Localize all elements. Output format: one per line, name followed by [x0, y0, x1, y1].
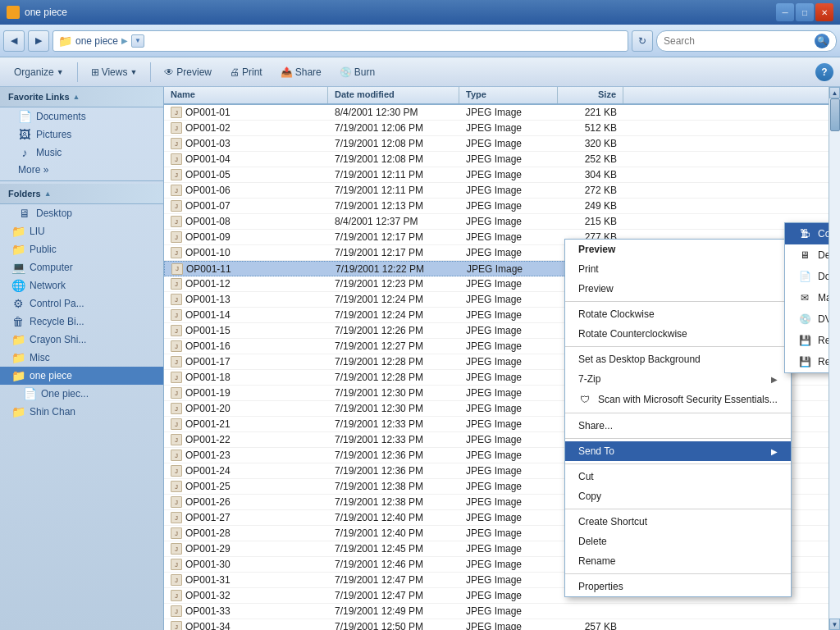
sidebar-item-network[interactable]: 🌐 Network [0, 276, 163, 294]
ctx-copy-label: Copy [578, 491, 601, 502]
sidebar-item-documents[interactable]: 📄 Documents [0, 107, 163, 126]
title-bar: one piece ─ □ ✕ [0, 0, 840, 25]
ctx-set-desktop-label: Set as Desktop Background [578, 354, 701, 365]
preview-button[interactable]: 👁 Preview [157, 61, 219, 84]
ctx-preview-label: Preview [578, 283, 614, 294]
search-button[interactable]: 🔍 [815, 34, 829, 48]
maximize-button[interactable]: □ [796, 3, 814, 21]
ctx-sep-2 [565, 346, 791, 347]
submenu-dvd-label: DVD RW Drive (E:) [818, 313, 829, 325]
scroll-thumb[interactable] [830, 98, 840, 131]
help-button[interactable]: ? [815, 63, 833, 81]
ctx-create-shortcut[interactable]: Create Shortcut [565, 512, 791, 532]
sidebar-item-control-panel[interactable]: ⚙ Control Pa... [0, 294, 163, 313]
share-button[interactable]: 📤 Share [273, 61, 329, 84]
control-panel-icon: ⚙ [11, 297, 25, 310]
ctx-preview[interactable]: Preview [565, 279, 791, 299]
ctx-cut-label: Cut [578, 471, 594, 482]
sidebar-item-computer[interactable]: 💻 Computer [0, 258, 163, 276]
sidebar-item-public[interactable]: 📁 Public [0, 240, 163, 258]
forward-button[interactable]: ▶ [28, 30, 49, 52]
address-bar[interactable]: 📁 one piece ▶ ▼ [52, 30, 628, 52]
organize-button[interactable]: Organize ▼ [7, 61, 71, 84]
ctx-preview-bold[interactable]: Preview [565, 240, 791, 259]
ctx-properties[interactable]: Properties [565, 577, 791, 596]
print-button[interactable]: 🖨 Print [222, 61, 270, 84]
refresh-button[interactable]: ↻ [632, 30, 653, 52]
ctx-delete[interactable]: Delete [565, 532, 791, 551]
share-label: Share [295, 66, 322, 78]
ctx-print[interactable]: Print [565, 259, 791, 279]
search-input[interactable] [664, 35, 811, 47]
views-label: Views [102, 66, 128, 78]
submenu-removable-h[interactable]: 💾 Removable Disk (H:) [785, 351, 829, 372]
sidebar-item-desktop[interactable]: 🖥 Desktop [0, 204, 163, 222]
folder-icon [7, 6, 20, 19]
submenu-desktop[interactable]: 🖥 Desktop (create shortcut) [785, 244, 829, 266]
views-arrow-icon: ▼ [130, 68, 137, 76]
submenu-mail-label: Mail Recipient [818, 292, 829, 304]
sidebar-item-one-piece-doc[interactable]: 📄 One piec... [0, 385, 163, 403]
ctx-copy[interactable]: Copy [565, 486, 791, 506]
one-piece-doc-label: One piec... [41, 388, 89, 399]
ctx-rename-label: Rename [578, 555, 615, 567]
address-icon: 📁 [58, 34, 72, 48]
address-dropdown[interactable]: ▼ [131, 34, 144, 48]
favorite-links-header[interactable]: Favorite Links ▲ [0, 87, 163, 107]
back-button[interactable]: ◀ [3, 30, 25, 52]
crayon-folder-icon: 📁 [11, 333, 25, 346]
scroll-track[interactable] [829, 98, 840, 619]
crayon-label: Crayon Shi... [30, 334, 86, 345]
scroll-up-button[interactable]: ▲ [829, 87, 840, 98]
ctx-rename[interactable]: Rename [565, 551, 791, 571]
print-icon: 🖨 [230, 66, 240, 78]
ctx-7zip[interactable]: 7-Zip ▶ [565, 369, 791, 389]
submenu-documents[interactable]: 📄 Documents [785, 266, 829, 287]
ctx-cut[interactable]: Cut [565, 467, 791, 486]
ctx-share[interactable]: Share... [565, 416, 791, 436]
minimize-button[interactable]: ─ [776, 3, 794, 21]
ctx-rotate-ccw-label: Rotate Counterclockwise [578, 328, 687, 340]
ctx-scan-label: Scan with Microsoft Security Essentials.… [598, 394, 778, 405]
ctx-rotate-ccw[interactable]: Rotate Counterclockwise [565, 324, 791, 344]
compressed-folder-icon: 🗜 [798, 227, 811, 240]
shin-chan-folder-icon: 📁 [11, 405, 25, 418]
submenu-dvd[interactable]: 💿 DVD RW Drive (E:) [785, 308, 829, 330]
sidebar-item-misc[interactable]: 📁 Misc [0, 349, 163, 367]
ctx-send-to-arrow-icon: ▶ [771, 447, 778, 456]
ctx-share-label: Share... [578, 420, 613, 431]
ctx-sep-6 [565, 509, 791, 509]
ctx-send-to[interactable]: Send To ▶ [565, 441, 791, 461]
sidebar-item-recycle-bin[interactable]: 🗑 Recycle Bi... [0, 313, 163, 331]
preview-icon: 👁 [164, 66, 174, 78]
views-button[interactable]: ⊞ Views ▼ [84, 61, 145, 84]
nav-bar: ◀ ▶ 📁 one piece ▶ ▼ ↻ 🔍 [0, 25, 840, 57]
computer-icon: 💻 [11, 261, 25, 274]
sidebar-item-shin-chan[interactable]: 📁 Shin Chan [0, 403, 163, 421]
submenu-removable-f[interactable]: 💾 Removable Disk (F:) [785, 330, 829, 351]
submenu-mail[interactable]: ✉ Mail Recipient [785, 287, 829, 308]
submenu-compressed[interactable]: 🗜 Compressed (zipped) Folder [785, 223, 829, 244]
ctx-rotate-cw[interactable]: Rotate Clockwise [565, 304, 791, 324]
folders-header[interactable]: Folders ▲ [0, 184, 163, 204]
close-button[interactable]: ✕ [815, 3, 833, 21]
title-bar-controls: ─ □ ✕ [776, 3, 833, 21]
search-box: 🔍 [656, 30, 837, 52]
sidebar-item-pictures[interactable]: 🖼 Pictures [0, 126, 163, 144]
ctx-scan[interactable]: 🛡 Scan with Microsoft Security Essential… [565, 389, 791, 410]
folders-label: Folders [8, 189, 41, 199]
removable-h-icon: 💾 [798, 355, 811, 368]
ctx-sep-1 [565, 301, 791, 302]
sidebar-item-crayon[interactable]: 📁 Crayon Shi... [0, 331, 163, 349]
ctx-set-desktop[interactable]: Set as Desktop Background [565, 349, 791, 369]
burn-button[interactable]: 💿 Burn [332, 61, 382, 84]
sidebar-item-music[interactable]: ♪ Music [0, 144, 163, 162]
submenu-documents-icon: 📄 [798, 270, 811, 283]
sidebar-item-one-piece[interactable]: 📁 one piece [0, 367, 163, 385]
music-icon: ♪ [18, 146, 31, 159]
ctx-sep-5 [565, 463, 791, 464]
sidebar-item-liu[interactable]: 📁 LIU [0, 222, 163, 240]
sidebar-item-more[interactable]: More » [0, 162, 163, 178]
ctx-7zip-arrow-icon: ▶ [771, 375, 778, 384]
scroll-down-button[interactable]: ▼ [829, 619, 840, 630]
